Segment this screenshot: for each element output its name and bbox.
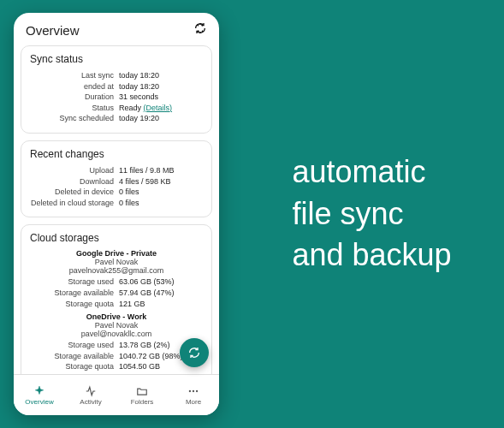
kv-label: Storage quota [30, 361, 117, 372]
nav-label: Overview [25, 398, 53, 406]
kv-label: Storage used [30, 276, 117, 288]
nav-label: More [186, 398, 201, 406]
row-last-sync: Last synctoday 18:20 [30, 70, 203, 81]
storage-name: OneDrive - Work [30, 312, 203, 321]
kv-label: ended at [30, 81, 117, 92]
row-download: Download4 files / 598 KB [30, 176, 203, 187]
sparkle-icon [33, 385, 45, 397]
row-status: StatusReady (Details) [30, 103, 203, 114]
nav-more[interactable]: More [168, 375, 219, 415]
nav-folders[interactable]: Folders [116, 375, 168, 415]
storage-onedrive[interactable]: OneDrive - Work Pavel Novak pavel@novakl… [30, 312, 203, 372]
card-title: Recent changes [30, 148, 203, 160]
nav-label: Folders [131, 398, 154, 406]
nav-overview[interactable]: Overview [14, 375, 65, 415]
phone-frame: Overview Sync status Last synctoday 18:2… [14, 13, 219, 415]
storage-user: Pavel Novak [30, 258, 203, 266]
kv-label: Storage quota [30, 299, 117, 310]
storage-user: Pavel Novak [30, 321, 203, 330]
kv-label: Storage used [30, 340, 117, 351]
promo-line-2: file sync [292, 193, 451, 235]
details-link[interactable]: (Details) [144, 104, 173, 112]
kv-value: today 18:20 [117, 70, 203, 81]
bottom-nav: Overview Activity Folders More [14, 374, 219, 415]
promo-line-3: and backup [292, 235, 451, 276]
row-deleted-cloud: Deleted in cloud storage0 files [30, 198, 203, 209]
overview-scroll[interactable]: Sync status Last synctoday 18:20 ended a… [14, 45, 219, 374]
kv-value: 31 seconds [117, 92, 203, 103]
storage-name: Google Drive - Private [30, 249, 203, 258]
row-quota: Storage quota121 GB [30, 299, 203, 310]
kv-value: 4 files / 598 KB [117, 176, 203, 187]
activity-icon [85, 385, 97, 397]
row-available: Storage available57.94 GB (47%) [30, 288, 203, 299]
folders-icon [136, 385, 148, 397]
svg-point-1 [193, 389, 194, 391]
kv-label: Status [30, 103, 117, 114]
row-quota: Storage quota1054.50 GB [30, 361, 203, 372]
kv-label: Storage available [30, 351, 117, 362]
nav-label: Activity [80, 398, 101, 406]
kv-value: today 19:20 [117, 113, 203, 124]
kv-value: 0 files [117, 187, 203, 198]
row-available: Storage available1040.72 GB (98%) [30, 351, 203, 362]
status-value: Ready [119, 104, 141, 112]
more-icon [187, 385, 199, 397]
kv-label: Upload [30, 165, 117, 176]
row-used: Storage used13.78 GB (2%) [30, 340, 203, 351]
app-header: Overview [14, 13, 219, 45]
kv-label: Duration [30, 92, 117, 103]
kv-value: 121 GB [117, 299, 203, 310]
svg-point-2 [196, 389, 198, 391]
row-sync-scheduled: Sync scheduledtoday 19:20 [30, 113, 203, 124]
sync-icon[interactable] [193, 21, 207, 39]
page-title: Overview [26, 23, 80, 38]
row-deleted-device: Deleted in device0 files [30, 187, 203, 198]
kv-value: 63.06 GB (53%) [117, 276, 203, 288]
row-used: Storage used63.06 GB (53%) [30, 276, 203, 288]
kv-label: Deleted in cloud storage [30, 198, 117, 209]
sync-fab[interactable] [180, 338, 209, 367]
row-ended-at: ended attoday 18:20 [30, 81, 203, 92]
kv-label: Download [30, 176, 117, 187]
kv-value: 0 files [117, 198, 203, 209]
kv-label: Last sync [30, 70, 117, 81]
sync-status-card: Sync status Last synctoday 18:20 ended a… [21, 45, 212, 134]
promo-text: automatic file sync and backup [219, 152, 504, 276]
svg-point-0 [189, 389, 191, 391]
kv-label: Storage available [30, 288, 117, 299]
kv-label: Sync scheduled [30, 113, 117, 124]
kv-value: 57.94 GB (47%) [117, 288, 203, 299]
promo-line-1: automatic [292, 152, 451, 193]
row-upload: Upload11 files / 9.8 MB [30, 165, 203, 176]
storage-email: pavelnovak255@gmail.com [30, 266, 203, 275]
row-duration: Duration31 seconds [30, 92, 203, 103]
kv-value: Ready (Details) [117, 103, 203, 114]
kv-value: 11 files / 9.8 MB [117, 165, 203, 176]
kv-label: Deleted in device [30, 187, 117, 198]
nav-activity[interactable]: Activity [65, 375, 116, 415]
storage-email: pavel@novakllc.com [30, 330, 203, 338]
recent-changes-card: Recent changes Upload11 files / 9.8 MB D… [21, 140, 212, 217]
card-title: Sync status [30, 53, 203, 65]
storage-gdrive[interactable]: Google Drive - Private Pavel Novak pavel… [30, 249, 203, 309]
kv-value: today 18:20 [117, 81, 203, 92]
card-title: Cloud storages [30, 232, 203, 244]
